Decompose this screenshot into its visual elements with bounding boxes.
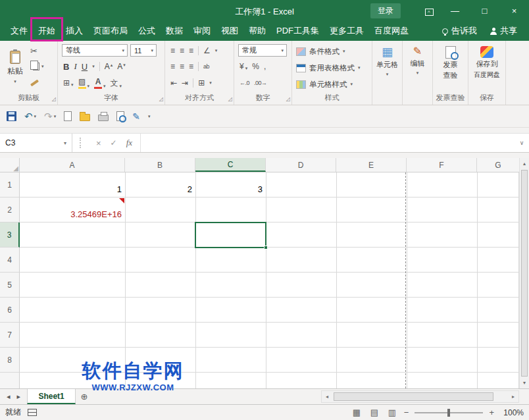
quick-print-button[interactable] [98,112,109,121]
decrease-decimal-button[interactable]: .00→ [254,80,267,86]
align-bottom-button[interactable]: ≡ [189,46,193,55]
minimize-button[interactable]: — [440,0,470,21]
accounting-format-button[interactable]: ¥ ▾ [239,62,247,71]
conditional-formatting-button[interactable]: 条件格式 ▾ [296,45,345,58]
ribbon-display-options-button[interactable]: ^ [418,5,440,16]
merge-center-button[interactable]: ⊞ [198,78,205,88]
tab-file[interactable]: 文件 [5,21,33,41]
tab-insert[interactable]: 插入 [61,21,88,41]
formula-input[interactable] [141,134,515,152]
scroll-left-arrow[interactable]: ◂ [322,391,332,402]
cell-A2[interactable]: 3.25469E+16 [20,197,125,223]
scroll-right-arrow[interactable]: ▸ [508,391,518,402]
comma-style-button[interactable]: , [264,62,266,71]
horizontal-scrollbar-thumb[interactable] [334,392,493,401]
tab-data[interactable]: 数据 [161,21,188,41]
row-header-8[interactable]: 8 [0,348,20,373]
column-header-D[interactable]: D [266,158,336,172]
scroll-up-arrow[interactable]: ▴ [520,158,529,169]
font-color-button[interactable]: A ▾ [94,77,106,89]
prev-sheet-arrow[interactable]: ◂ [7,392,11,401]
increase-font-size-button[interactable]: A ▴ [105,62,113,71]
number-format-select[interactable]: 常规 ▾ [238,44,287,57]
column-header-B[interactable]: B [125,158,195,172]
expand-formula-bar-icon[interactable]: ∨ [515,134,529,152]
fill-color-button[interactable]: ▨ ▾ [78,77,90,89]
horizontal-scrollbar[interactable]: ◂ ▸ [321,390,519,403]
tab-pdf-tools[interactable]: PDF工具集 [271,21,324,41]
orientation-button[interactable]: ∠ [203,46,211,55]
underline-dropdown-icon[interactable]: ▾ [92,64,95,69]
paste-button[interactable]: 粘贴 ▾ [3,44,28,90]
sheet-grid[interactable]: 1 2 3 3.25469E+16 [20,172,519,388]
cell-C1[interactable]: 3 [195,172,266,197]
font-size-select[interactable]: 11 ▾ [130,44,157,57]
format-as-table-button[interactable]: 套用表格格式 ▾ [296,61,361,74]
bold-button[interactable]: B [63,62,69,72]
tab-formulas[interactable]: 公式 [133,21,161,41]
vertical-scrollbar-thumb[interactable] [521,170,528,377]
page-break-view-icon[interactable]: ▥ [386,407,398,417]
editing-button[interactable]: ✎ 编辑 ▾ [404,46,431,76]
tab-view[interactable]: 视图 [216,21,243,41]
zoom-out-button[interactable]: − [404,407,409,417]
cut-button[interactable]: ✂ [30,46,44,56]
fill-handle[interactable] [264,246,268,249]
align-center-button[interactable]: ≡ [180,62,184,71]
open-button[interactable] [80,112,90,121]
vertical-scrollbar[interactable]: ▴ ▾ [519,158,529,388]
macro-record-icon[interactable] [28,409,37,416]
sheet-tab-sheet1[interactable]: Sheet1 [27,389,76,404]
scroll-down-arrow[interactable]: ▾ [520,377,529,388]
dropdown-icon[interactable]: ▾ [64,140,66,146]
row-header-6[interactable]: 6 [0,298,20,323]
close-button[interactable]: × [499,0,529,21]
customize-qat-button[interactable]: ▾ [148,114,151,119]
clipboard-dialog-launcher-icon[interactable]: ◿ [52,96,56,102]
save-to-baidu-button[interactable]: 保存到 百度网盘 [470,46,504,79]
underline-button[interactable]: U [82,62,88,72]
invoice-check-button[interactable]: 发票 查验 [434,46,466,80]
font-dialog-launcher-icon[interactable]: ◿ [159,96,163,102]
new-workbook-button[interactable] [64,111,72,121]
row-header-3[interactable]: 3 [0,223,20,248]
column-header-G[interactable]: G [477,158,519,172]
column-header-E[interactable]: E [336,158,407,172]
add-sheet-button[interactable]: ⊕ [76,389,93,404]
font-name-select[interactable]: 等线 ▾ [62,44,128,57]
alignment-dialog-launcher-icon[interactable]: ◿ [228,96,232,102]
row-header-4[interactable]: 4 [0,248,20,273]
italic-button[interactable]: I [74,61,76,72]
cancel-icon[interactable]: × [96,138,101,148]
next-sheet-arrow[interactable]: ▸ [17,392,21,401]
align-top-button[interactable]: ≡ [170,46,175,55]
share-button[interactable]: 共享 [484,25,524,37]
maximize-button[interactable]: □ [470,0,499,21]
borders-button[interactable]: ⊞ ▾ [63,78,74,88]
zoom-slider[interactable] [415,412,483,413]
horizontal-scrollbar-track[interactable] [332,391,508,402]
phonetic-guide-button[interactable]: 文 ▾ [111,78,122,89]
undo-button[interactable]: ↶▾ [24,111,36,121]
tab-more-tools[interactable]: 更多工具 [324,21,369,41]
select-all-corner[interactable]: ◢ [0,158,20,172]
name-box-splitter[interactable] [72,134,88,152]
zoom-slider-thumb[interactable] [447,409,450,417]
row-header-2[interactable]: 2 [0,197,20,223]
tab-help[interactable]: 帮助 [243,21,271,41]
percent-style-button[interactable]: % [252,62,259,71]
row-header-1[interactable]: 1 [0,172,20,197]
number-dialog-launcher-icon[interactable]: ◿ [286,96,290,102]
zoom-level[interactable]: 100% [500,408,524,417]
tell-me-button[interactable]: 告诉我 [436,25,484,37]
wrap-text-button[interactable]: ab [203,63,209,70]
cell-B1[interactable]: 2 [125,172,195,197]
tab-page-layout[interactable]: 页面布局 [88,21,133,41]
increase-indent-button[interactable]: ⇥ [182,78,188,88]
zoom-in-button[interactable]: + [489,407,494,417]
tab-review[interactable]: 审阅 [188,21,216,41]
save-button[interactable] [7,111,16,121]
redo-button[interactable]: ↷▾ [44,111,56,121]
copy-button[interactable]: ▾ [30,61,44,71]
column-header-C[interactable]: C [195,158,266,172]
